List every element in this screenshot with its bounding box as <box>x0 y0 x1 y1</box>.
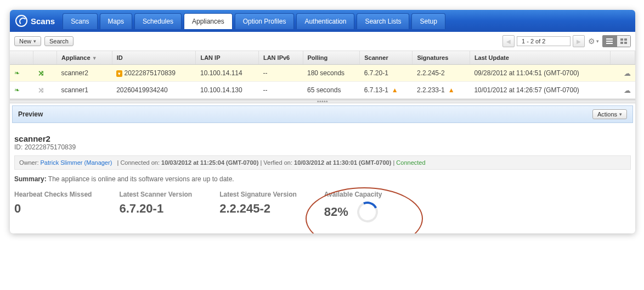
cell-lanipv6: -- <box>258 65 303 82</box>
dropdown-icon[interactable]: ▾ <box>116 70 122 77</box>
search-button[interactable]: Search <box>44 36 74 46</box>
cell-lastupdate: 10/01/2012 at 14:26:57 (GMT-0700) <box>470 82 610 99</box>
tab-schedules[interactable]: Schedules <box>134 13 182 29</box>
cloud-icon[interactable]: ☁ <box>624 69 631 77</box>
cell-scanner: 6.7.20-1 <box>360 65 413 82</box>
status-badge: Connected <box>396 159 425 166</box>
search-label: Search <box>49 38 69 44</box>
splitter-handle[interactable]: ▴▴▴▴▴ <box>10 99 635 103</box>
svg-rect-2 <box>606 43 613 44</box>
meta-row: Owner: Patrick Slimmer (Manager) | Conne… <box>14 155 631 170</box>
tab-option-profiles[interactable]: Option Profiles <box>235 13 295 29</box>
warning-icon: ▲ <box>392 86 398 94</box>
page-next-button[interactable]: ▶ <box>573 35 585 47</box>
cell-id: ▾ 20222875170839 <box>112 65 196 82</box>
svg-rect-4 <box>624 38 627 41</box>
chevron-down-icon: ▾ <box>619 111 622 117</box>
brand-icon <box>15 15 27 27</box>
summary-line: Summary: The appliance is online and its… <box>14 175 631 183</box>
cell-lanip: 10.100.14.114 <box>196 65 258 82</box>
chevron-down-icon: ▾ <box>596 38 599 44</box>
new-button[interactable]: New ▾ <box>14 36 41 46</box>
link-icon: ⤨ <box>38 86 44 94</box>
tab-scans[interactable]: Scans <box>63 13 97 29</box>
tab-search-lists[interactable]: Search Lists <box>357 13 409 29</box>
capacity-spinner-icon <box>354 199 381 226</box>
app-window: Scans ScansMapsSchedulesAppliancesOption… <box>10 10 635 233</box>
cloud-icon[interactable]: ☁ <box>624 86 631 94</box>
cell-polling: 65 seconds <box>303 82 360 99</box>
cell-scanner: 6.7.13-1▲ <box>360 82 413 99</box>
appliances-table: Appliance ▼ ID LAN IP LAN IPv6 Polling S… <box>10 51 635 99</box>
cell-lanip: 10.100.14.130 <box>196 82 258 99</box>
cell-polling: 180 seconds <box>303 65 360 82</box>
col-polling[interactable]: Polling <box>303 51 360 65</box>
gear-icon: ⚙ <box>588 37 595 46</box>
owner-link[interactable]: Patrick Slimmer (Manager) <box>41 159 112 166</box>
tab-authentication[interactable]: Authentication <box>296 13 354 29</box>
page-info: 1 - 2 of 2 <box>517 36 570 46</box>
page-prev-button[interactable]: ◀ <box>502 35 515 47</box>
view-toggle <box>602 35 631 47</box>
preview-detail: scanner2 ID: 20222875170839 Owner: Patri… <box>10 125 635 233</box>
col-appliance[interactable]: Appliance ▼ <box>57 51 112 65</box>
link-icon: ⤨ <box>38 69 44 77</box>
list-view-button[interactable] <box>602 35 617 47</box>
stats-row: Hearbeat Checks Missed 0 Latest Scanner … <box>14 191 631 222</box>
appliance-name: scanner2 <box>14 134 631 143</box>
pager: ◀ 1 - 2 of 2 ▶ <box>502 35 585 47</box>
col-scanner[interactable]: Scanner <box>360 51 413 65</box>
cell-signatures: 2.2.245-2 <box>413 65 470 82</box>
svg-rect-5 <box>620 42 623 44</box>
stat-capacity: Available Capacity 82% <box>324 191 382 222</box>
table-header-row: Appliance ▼ ID LAN IP LAN IPv6 Polling S… <box>10 51 635 65</box>
list-icon <box>606 38 613 44</box>
settings-menu[interactable]: ⚙ ▾ <box>588 37 599 46</box>
col-lanipv6[interactable]: LAN IPv6 <box>258 51 303 65</box>
leaf-icon: ❧ <box>14 86 20 94</box>
grid-icon <box>620 38 627 44</box>
new-label: New <box>19 38 31 44</box>
table-row[interactable]: ❧⤨scanner12026041993424010.100.14.130--6… <box>10 82 635 99</box>
svg-rect-0 <box>606 38 613 40</box>
appliance-id: ID: 20222875170839 <box>14 143 631 151</box>
actions-label: Actions <box>597 111 617 118</box>
svg-rect-6 <box>624 42 627 44</box>
stat-scanner-version: Latest Scanner Version 6.7.20-1 <box>119 191 192 216</box>
stat-signature-version: Latest Signature Version 2.2.245-2 <box>219 191 297 216</box>
cell-lanipv6: -- <box>258 82 303 99</box>
table-row[interactable]: ❧⤨scanner2▾ 2022287517083910.100.14.114-… <box>10 65 635 82</box>
warning-icon: ▲ <box>448 86 455 94</box>
col-id[interactable]: ID <box>112 51 196 65</box>
cell-id: 20260419934240 <box>112 82 196 99</box>
col-lanip[interactable]: LAN IP <box>196 51 258 65</box>
col-signatures[interactable]: Signatures <box>413 51 470 65</box>
col-lastupdate[interactable]: Last Update <box>470 51 610 65</box>
cell-lastupdate: 09/28/2012 at 11:04:51 (GMT-0700) <box>470 65 610 82</box>
nav-tabs: ScansMapsSchedulesAppliancesOption Profi… <box>63 13 445 29</box>
cell-appliance: scanner1 <box>57 82 112 99</box>
svg-rect-1 <box>606 41 613 42</box>
actions-button[interactable]: Actions ▾ <box>592 109 627 119</box>
cell-signatures: 2.2.233-1▲ <box>413 82 470 99</box>
tab-setup[interactable]: Setup <box>411 13 445 29</box>
grid-view-button[interactable] <box>617 35 631 47</box>
tab-maps[interactable]: Maps <box>100 13 132 29</box>
brand-label: Scans <box>31 16 55 26</box>
preview-title: Preview <box>18 110 43 118</box>
leaf-icon: ❧ <box>14 69 20 77</box>
cell-appliance: scanner2 <box>57 65 112 82</box>
tab-appliances[interactable]: Appliances <box>184 13 233 29</box>
svg-rect-3 <box>620 38 623 41</box>
brand: Scans <box>15 15 55 27</box>
stat-heartbeat: Hearbeat Checks Missed 0 <box>14 191 92 216</box>
top-nav: Scans ScansMapsSchedulesAppliancesOption… <box>10 10 635 32</box>
toolbar: New ▾ Search ◀ 1 - 2 of 2 ▶ ⚙ ▾ <box>10 32 635 51</box>
preview-header: Preview Actions ▾ <box>12 105 633 123</box>
chevron-down-icon: ▾ <box>33 38 36 44</box>
